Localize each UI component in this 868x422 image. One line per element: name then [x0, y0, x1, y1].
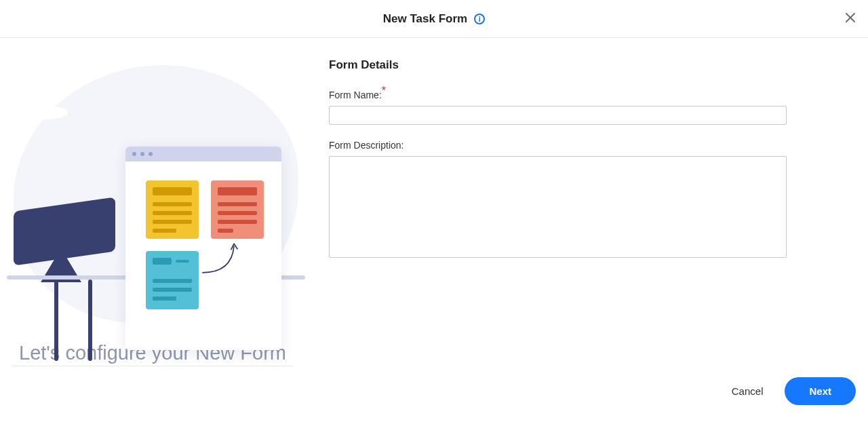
dialog-title: New Task Form — [383, 12, 467, 26]
form-panel: Form Details Form Name:* Form Descriptio… — [305, 38, 868, 370]
form-name-input[interactable] — [329, 106, 787, 125]
required-indicator: * — [382, 85, 386, 96]
section-title: Form Details — [329, 58, 787, 72]
info-icon[interactable]: i — [474, 14, 485, 24]
form-description-field: Form Description: — [329, 140, 787, 261]
cancel-button[interactable]: Cancel — [728, 379, 768, 404]
illustration — [7, 52, 298, 337]
next-button[interactable]: Next — [785, 377, 856, 405]
illustration-panel: Let's configure your New Form — [0, 38, 305, 370]
form-description-input[interactable] — [329, 156, 787, 258]
form-name-field: Form Name:* — [329, 90, 787, 125]
dialog-title-wrap: New Task Form i — [383, 12, 485, 26]
dialog-header: New Task Form i — [0, 0, 868, 38]
dialog-footer: Cancel Next — [0, 370, 868, 411]
form-description-label: Form Description: — [329, 140, 787, 151]
form-name-label: Form Name:* — [329, 90, 787, 100]
close-icon[interactable] — [845, 12, 856, 23]
